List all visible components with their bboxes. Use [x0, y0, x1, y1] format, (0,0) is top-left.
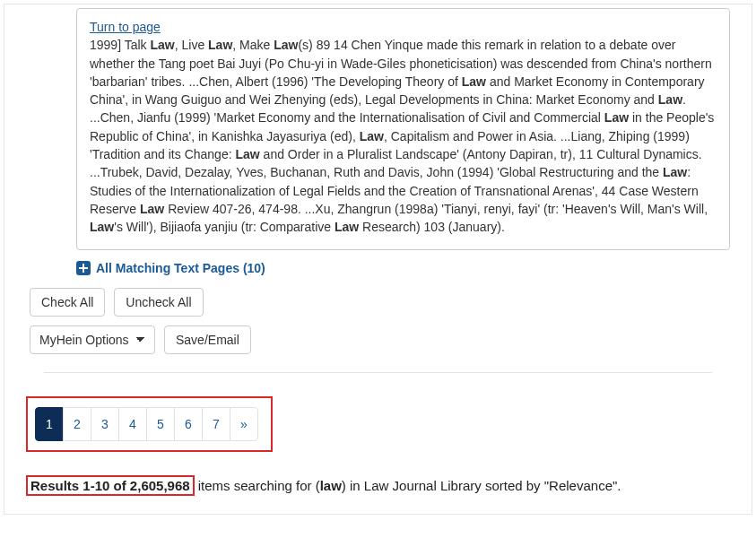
results-suffix-rest: ) in Law Journal Library sorted by "Rele… [342, 478, 621, 493]
page-3[interactable]: 3 [91, 407, 119, 441]
results-query: law [320, 478, 342, 493]
snippet-text: 1999] Talk Law, Live Law, Make Law(s) 89… [90, 38, 714, 234]
uncheck-all-button[interactable]: Uncheck All [114, 288, 203, 317]
page-6[interactable]: 6 [174, 407, 203, 441]
page-7[interactable]: 7 [202, 407, 230, 441]
save-options-row: MyHein Options Save/Email [30, 325, 730, 354]
bulk-actions-row: Check All Uncheck All [30, 288, 730, 317]
results-suffix-prefix: items searching for ( [195, 478, 320, 493]
results-summary: Results 1-10 of 2,605,968 items searchin… [26, 475, 730, 496]
page-5[interactable]: 5 [146, 407, 175, 441]
results-panel: Turn to page 1999] Talk Law, Live Law, M… [4, 4, 752, 515]
all-matching-pages-label: All Matching Text Pages (10) [96, 261, 265, 275]
divider [44, 372, 712, 373]
svg-rect-2 [79, 267, 88, 269]
save-email-button[interactable]: Save/Email [164, 325, 251, 354]
page-1[interactable]: 1 [35, 407, 64, 441]
page-2[interactable]: 2 [63, 407, 91, 441]
plus-square-icon [76, 261, 91, 275]
result-snippet: Turn to page 1999] Talk Law, Live Law, M… [76, 8, 730, 250]
page-next[interactable]: » [230, 407, 258, 441]
pagination-highlight-box: 1234567» [26, 396, 273, 452]
check-all-button[interactable]: Check All [30, 288, 105, 317]
turn-to-page-link[interactable]: Turn to page [90, 20, 161, 34]
pagination: 1234567» [35, 407, 258, 441]
all-matching-pages-toggle[interactable]: All Matching Text Pages (10) [76, 261, 730, 275]
results-count-highlight: Results 1-10 of 2,605,968 [26, 475, 195, 496]
page-4[interactable]: 4 [118, 407, 147, 441]
myhein-options-select[interactable]: MyHein Options [30, 325, 155, 354]
